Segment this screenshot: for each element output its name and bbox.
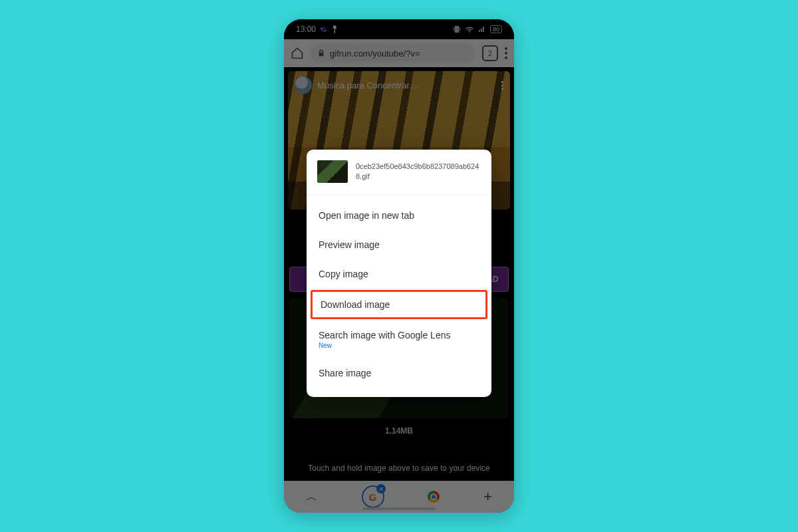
lock-icon [317, 49, 325, 57]
home-icon[interactable] [291, 47, 304, 60]
menu-search-lens[interactable]: Search image with Google Lens New [307, 321, 491, 358]
gear-icon [320, 26, 327, 33]
signal-icon [478, 25, 486, 33]
menu-download-image[interactable]: Download image [311, 290, 487, 319]
wifi-icon [465, 25, 474, 33]
menu-preview-image[interactable]: Preview image [307, 230, 491, 259]
context-menu-header: 0ceb23ef50e843c9b6b8237089ab6248.gif [307, 150, 491, 196]
close-badge-icon[interactable]: ✕ [376, 484, 386, 493]
video-menu-icon[interactable] [501, 81, 503, 90]
url-text: gifrun.com/youtube/?v= [330, 49, 420, 59]
vibrate-icon [453, 25, 461, 33]
status-time: 13:00 [296, 25, 316, 34]
address-bar[interactable]: gifrun.com/youtube/?v= [311, 43, 475, 63]
menu-open-new-tab[interactable]: Open image in new tab [307, 201, 491, 230]
tab-switcher[interactable]: 2 [482, 45, 498, 61]
context-filename: 0ceb23ef50e843c9b6b8237089ab6248.gif [356, 162, 481, 182]
touch-hint: Touch and hold image above to save to yo… [284, 464, 514, 473]
video-title: Musica para Concentrar… [317, 80, 418, 90]
browser-toolbar: gifrun.com/youtube/?v= 2 [284, 39, 514, 67]
image-context-menu: 0ceb23ef50e843c9b6b8237089ab6248.gif Ope… [307, 150, 491, 397]
channel-avatar [295, 76, 312, 94]
phone-frame: 13:00 80 gifrun.com/youtube/?v= 2 [284, 19, 514, 513]
menu-copy-image[interactable]: Copy image [307, 259, 491, 289]
chrome-icon[interactable] [428, 491, 440, 503]
file-size-label: 1.14MB [284, 426, 514, 436]
chevron-up-icon[interactable]: ︿ [306, 489, 318, 505]
new-badge: New [319, 342, 479, 349]
stage: 13:00 80 gifrun.com/youtube/?v= 2 [0, 0, 798, 532]
home-handle[interactable] [362, 507, 436, 510]
google-app-icon[interactable]: G✕ [362, 485, 384, 508]
battery-badge: 80 [490, 25, 502, 33]
status-bar: 13:00 80 [284, 19, 514, 39]
key-icon [331, 25, 338, 33]
overflow-menu-icon[interactable] [505, 47, 507, 59]
context-thumbnail [317, 160, 348, 183]
plus-icon[interactable]: + [483, 488, 492, 505]
menu-share-image[interactable]: Share image [307, 358, 491, 388]
